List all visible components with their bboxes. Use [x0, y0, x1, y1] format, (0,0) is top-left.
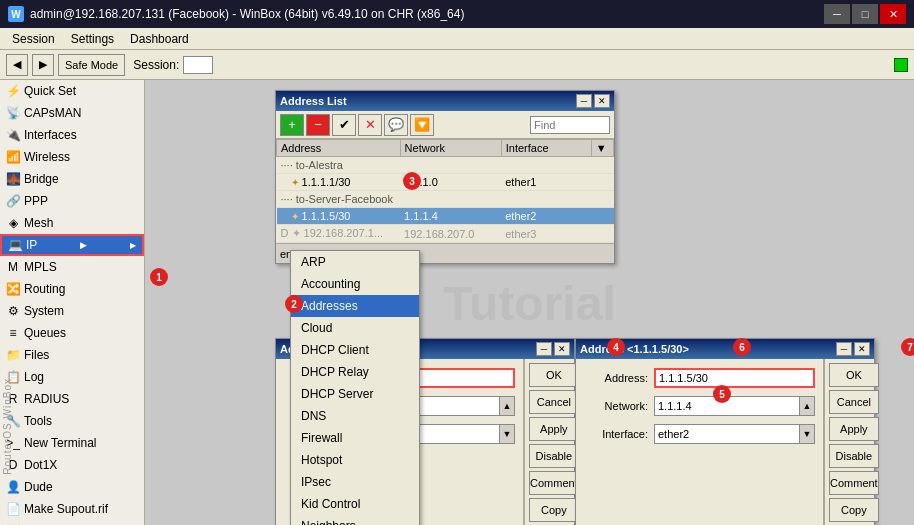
submenu-arp[interactable]: ARP	[291, 251, 419, 273]
badge-4: 4	[607, 338, 625, 356]
comment-address-button[interactable]: 💬	[384, 114, 408, 136]
address-list-close[interactable]: ✕	[594, 94, 610, 108]
sidebar-item-make-supout[interactable]: 📄 Make Supout.rif	[0, 498, 144, 520]
addr2-minimize[interactable]: ─	[836, 342, 852, 356]
sidebar-item-queues[interactable]: ≡ Queues	[0, 322, 144, 344]
sidebar-item-system[interactable]: ⚙ System	[0, 300, 144, 322]
table-row[interactable]: ✦ 1.1.1.5/30 1.1.1.4 ether2	[277, 208, 614, 225]
address-list-window: Address List ─ ✕ + − ✔ ✕ 💬 🔽 Address Net…	[275, 90, 615, 264]
sidebar-item-wireless[interactable]: 📶 Wireless	[0, 146, 144, 168]
submenu-firewall[interactable]: Firewall	[291, 427, 419, 449]
addr1-ok-button[interactable]: OK	[529, 363, 579, 387]
badge-3: 2	[285, 295, 303, 313]
submenu-kid-control[interactable]: Kid Control	[291, 493, 419, 515]
table-row[interactable]: ···· to-Server-Facebook	[277, 191, 614, 208]
disable-address-button[interactable]: ✕	[358, 114, 382, 136]
close-button[interactable]: ✕	[880, 4, 906, 24]
address-input-2[interactable]	[654, 368, 815, 388]
addr2-ok-button[interactable]: OK	[829, 363, 879, 387]
col-filter-arrow[interactable]: ▼	[591, 140, 613, 157]
addr2-comment-button[interactable]: Comment	[829, 471, 879, 495]
addr1-cancel-button[interactable]: Cancel	[529, 390, 579, 414]
window-title: admin@192.168.207.131 (Facebook) - WinBo…	[30, 7, 824, 21]
sidebar-item-windows[interactable]: ⬜ Windows	[0, 520, 144, 525]
sidebar-item-radius[interactable]: R RADIUS	[0, 388, 144, 410]
routing-icon: 🔀	[6, 282, 20, 296]
addr1-copy-button[interactable]: Copy	[529, 498, 579, 522]
sidebar-item-dude[interactable]: 👤 Dude	[0, 476, 144, 498]
network-label-2: Network:	[584, 400, 654, 412]
submenu-dns[interactable]: DNS	[291, 405, 419, 427]
queues-icon: ≡	[6, 326, 20, 340]
addr1-apply-button[interactable]: Apply	[529, 417, 579, 441]
addr2-apply-button[interactable]: Apply	[829, 417, 879, 441]
addr2-copy-button[interactable]: Copy	[829, 498, 879, 522]
minimize-button[interactable]: ─	[824, 4, 850, 24]
col-interface: Interface	[501, 140, 591, 157]
ppp-icon: 🔗	[6, 194, 20, 208]
addr1-minimize[interactable]: ─	[536, 342, 552, 356]
sidebar-item-ppp[interactable]: 🔗 PPP	[0, 190, 144, 212]
addr1-comment-button[interactable]: Comment	[529, 471, 579, 495]
submenu-neighbors[interactable]: Neighbors	[291, 515, 419, 525]
add-address-button[interactable]: +	[280, 114, 304, 136]
sidebar-item-mesh[interactable]: ◈ Mesh	[0, 212, 144, 234]
submenu-cloud[interactable]: Cloud	[291, 317, 419, 339]
submenu-accounting[interactable]: Accounting	[291, 273, 419, 295]
remove-address-button[interactable]: −	[306, 114, 330, 136]
enable-address-button[interactable]: ✔	[332, 114, 356, 136]
safe-mode-button[interactable]: Safe Mode	[58, 54, 125, 76]
interface-input-2[interactable]	[654, 424, 799, 444]
back-button[interactable]: ◀	[6, 54, 28, 76]
sidebar-item-capsman[interactable]: 📡 CAPsMAN	[0, 102, 144, 124]
addr1-disable-button[interactable]: Disable	[529, 444, 579, 468]
addr2-cancel-button[interactable]: Cancel	[829, 390, 879, 414]
address-list-toolbar: + − ✔ ✕ 💬 🔽	[276, 111, 614, 139]
network-arrow-1[interactable]: ▲	[499, 396, 515, 416]
network-arrow-2[interactable]: ▲	[799, 396, 815, 416]
table-row[interactable]: D ✦ 192.168.207.1... 192.168.207.0 ether…	[277, 225, 614, 243]
sidebar-item-routing[interactable]: 🔀 Routing	[0, 278, 144, 300]
sidebar-item-bridge[interactable]: 🌉 Bridge	[0, 168, 144, 190]
find-input[interactable]	[530, 116, 610, 134]
maximize-button[interactable]: □	[852, 4, 878, 24]
wireless-icon: 📶	[6, 150, 20, 164]
sidebar-item-dot1x[interactable]: D Dot1X	[0, 454, 144, 476]
table-row[interactable]: ✦ 1.1.1.1/30 1.1.1.0 ether1	[277, 174, 614, 191]
sidebar-item-new-terminal[interactable]: >_ New Terminal	[0, 432, 144, 454]
sidebar-item-files[interactable]: 📁 Files	[0, 344, 144, 366]
menu-settings[interactable]: Settings	[63, 30, 122, 48]
sidebar-item-ip[interactable]: 💻 IP ▶	[0, 234, 144, 256]
submenu-dhcp-relay[interactable]: DHCP Relay	[291, 361, 419, 383]
table-row[interactable]: ···· to-Alestra	[277, 157, 614, 174]
sidebar-item-tools[interactable]: 🔧 Tools	[0, 410, 144, 432]
menu-dashboard[interactable]: Dashboard	[122, 30, 197, 48]
address-list-title: Address List	[280, 95, 574, 107]
ip-submenu-arrow: ▶	[80, 240, 87, 250]
submenu-hotspot[interactable]: Hotspot	[291, 449, 419, 471]
addr2-close[interactable]: ✕	[854, 342, 870, 356]
ip-icon: 💻	[8, 238, 22, 252]
forward-button[interactable]: ▶	[32, 54, 54, 76]
sidebar-item-interfaces[interactable]: 🔌 Interfaces	[0, 124, 144, 146]
address-list-minimize[interactable]: ─	[576, 94, 592, 108]
submenu-dhcp-server[interactable]: DHCP Server	[291, 383, 419, 405]
interface-arrow-1[interactable]: ▼	[499, 424, 515, 444]
sidebar: ⚡ Quick Set 📡 CAPsMAN 🔌 Interfaces 📶 Wir…	[0, 80, 145, 525]
sidebar-item-quick-set[interactable]: ⚡ Quick Set	[0, 80, 144, 102]
sidebar-item-mpls[interactable]: M MPLS	[0, 256, 144, 278]
addr1-close[interactable]: ✕	[554, 342, 570, 356]
submenu-dhcp-client[interactable]: DHCP Client	[291, 339, 419, 361]
session-input[interactable]	[183, 56, 213, 74]
bridge-icon: 🌉	[6, 172, 20, 186]
interface-arrow-2[interactable]: ▼	[799, 424, 815, 444]
filter-address-button[interactable]: 🔽	[410, 114, 434, 136]
content-area: Tutorial ARP Accounting Addresses Cloud …	[145, 80, 914, 525]
network-field-row-2: Network: ▲	[584, 395, 815, 417]
submenu-addresses[interactable]: Addresses	[291, 295, 419, 317]
submenu-ipsec[interactable]: IPsec	[291, 471, 419, 493]
menu-session[interactable]: Session	[4, 30, 63, 48]
sidebar-item-log[interactable]: 📋 Log	[0, 366, 144, 388]
address-detail-2-buttons: OK Cancel Apply Disable Comment Copy Rem…	[824, 359, 883, 525]
addr2-disable-button[interactable]: Disable	[829, 444, 879, 468]
